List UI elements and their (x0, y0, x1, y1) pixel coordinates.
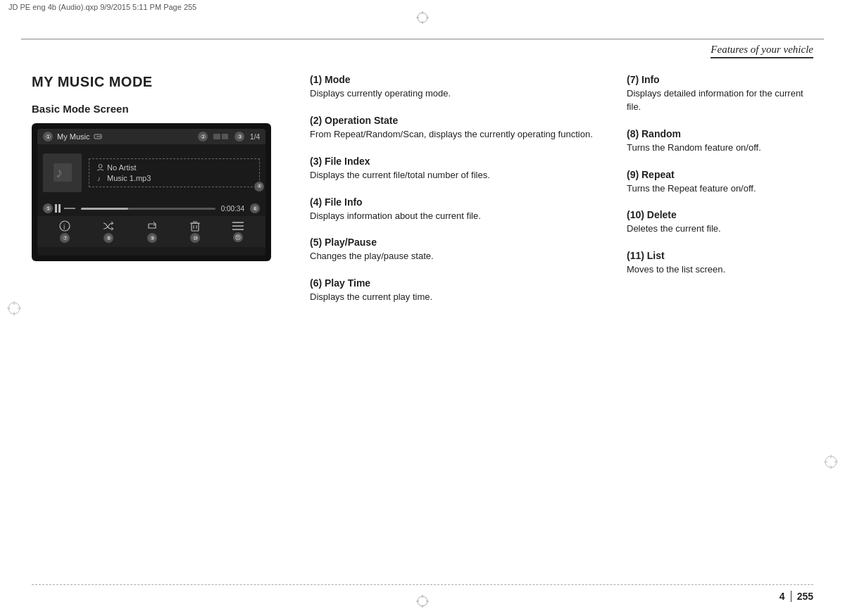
album-art: ♪ (43, 153, 82, 192)
screen-title-text: My Music (57, 132, 89, 141)
delete-btn[interactable]: ⑩ (190, 220, 200, 243)
desc-3-num: (3) File Index (310, 156, 606, 167)
screen-inner: ① My Music ② (37, 129, 265, 256)
page-num: 255 (797, 591, 813, 602)
svg-point-0 (418, 13, 427, 23)
desc-8: (8) Random Turns the Random feature on/o… (627, 128, 813, 155)
desc-4-text: Displays information about the current f… (310, 210, 606, 223)
note-icon: ♪ (96, 174, 104, 182)
desc-10-num: (10) Delete (627, 209, 813, 220)
screen-title-row: ① My Music (43, 132, 104, 142)
repeat-btn[interactable]: ⑨ (146, 220, 158, 243)
section-heading: Features of your vehicle (711, 44, 813, 58)
circle-11: ⑪ (233, 232, 243, 242)
track-artist: No Artist (96, 163, 252, 172)
screen-progress: ⑤ 0:00:34 ⑥ (37, 201, 265, 216)
desc-5: (5) Play/Pause Changes the play/pause st… (310, 237, 606, 263)
progress-fill (81, 208, 128, 210)
list-btn[interactable]: ⑪ (232, 221, 244, 242)
circle-1: ① (43, 132, 53, 142)
right-reg-icon (824, 455, 838, 469)
main-content: MY MUSIC MODE Basic Mode Screen ① My Mus… (32, 74, 813, 560)
operation-state-icon (213, 133, 229, 140)
progress-line-icon (64, 207, 75, 210)
delete-icon (190, 220, 200, 232)
repeat-icon (146, 220, 158, 232)
top-crosshair-icon (416, 11, 429, 24)
desc-7-num: (7) Info (627, 74, 813, 85)
desc-1-text: Displays currently operating mode. (310, 87, 606, 101)
svg-point-11 (99, 165, 102, 168)
bottom-crosshair-icon (416, 595, 429, 608)
svg-rect-14 (58, 204, 61, 213)
desc-4: (4) File Info Displays information about… (310, 196, 606, 223)
play-time: 0:00:34 (221, 205, 244, 213)
desc-11-text: Moves to the list screen. (627, 263, 813, 277)
desc-5-num: (5) Play/Pause (310, 237, 606, 248)
desc-6-num: (6) Play Time (310, 277, 606, 289)
chapter-num: 4 (780, 591, 785, 602)
basic-mode-title: Basic Mode Screen (32, 103, 285, 115)
top-rule (21, 39, 824, 39)
reg-mark-right (824, 455, 838, 469)
desc-3: (3) File Index Displays the current file… (310, 156, 606, 182)
svg-rect-18 (192, 223, 199, 231)
my-music-title: MY MUSIC MODE (32, 74, 285, 90)
desc-2: (2) Operation State From Repeat/Random/S… (310, 115, 606, 142)
footer-rule (32, 584, 813, 585)
circle-7: ⑦ (60, 233, 70, 243)
reg-mark-left (7, 301, 21, 315)
desc-8-num: (8) Random (627, 128, 813, 139)
desc-8-text: Turns the Random feature on/off. (627, 142, 813, 155)
desc-6-text: Displays the current play time. (310, 291, 606, 304)
desc-5-text: Changes the play/pause state. (310, 250, 606, 263)
progress-bar (81, 208, 215, 210)
desc-1-num: (1) Mode (310, 74, 606, 85)
desc-9-num: (9) Repeat (627, 169, 813, 180)
random-icon (103, 220, 114, 232)
artist-name: No Artist (107, 163, 137, 172)
artist-icon (96, 163, 104, 171)
info-btn[interactable]: i ⑦ (59, 220, 70, 243)
usb-icon (94, 133, 104, 140)
pause-icon (55, 204, 62, 213)
circle-10: ⑩ (190, 233, 200, 243)
circle-5: ⑤ (43, 203, 53, 213)
screen-middle: ♪ No Artist ♪ (37, 144, 265, 201)
svg-text:♪: ♪ (56, 165, 63, 180)
middle-column: (1) Mode Displays currently operating mo… (299, 74, 616, 560)
screen-top-right: ② ③ 1/4 (198, 132, 260, 142)
desc-7: (7) Info Displays detailed information f… (627, 74, 813, 114)
desc-6: (6) Play Time Displays the current play … (310, 277, 606, 304)
list-icon (232, 221, 244, 231)
desc-9: (9) Repeat Turns the Repeat feature on/o… (627, 169, 813, 196)
svg-text:♪: ♪ (97, 175, 101, 182)
circle-9: ⑨ (147, 233, 157, 243)
right-column: (7) Info Displays detailed information f… (616, 74, 813, 560)
desc-2-num: (2) Operation State (310, 115, 606, 126)
screen-top-bar: ① My Music ② (37, 129, 265, 144)
desc-3-text: Displays the current file/total number o… (310, 169, 606, 182)
desc-10-text: Deletes the current file. (627, 222, 813, 236)
info-icon: i (59, 220, 70, 232)
desc-1: (1) Mode Displays currently operating mo… (310, 74, 606, 101)
random-btn[interactable]: ⑧ (103, 220, 114, 243)
screen-buttons: i ⑦ ⑧ (37, 216, 265, 247)
desc-9-text: Turns the Repeat feature on/off. (627, 182, 813, 196)
desc-2-text: From Repeat/Random/Scan, displays the cu… (310, 128, 606, 142)
play-pause-controls: ⑤ (43, 203, 75, 213)
track-count: 1/4 (250, 133, 260, 141)
bottom-crosshair (416, 595, 429, 610)
svg-rect-13 (55, 204, 57, 213)
desc-11: (11) List Moves to the list screen. (627, 250, 813, 277)
desc-4-num: (4) File Info (310, 196, 606, 208)
footer-separator (791, 591, 791, 602)
track-name: ♪ Music 1.mp3 (96, 174, 252, 182)
circle-8: ⑧ (104, 233, 113, 243)
circle-3: ③ (234, 132, 244, 142)
circle-4: ④ (254, 182, 264, 191)
svg-text:i: i (63, 223, 65, 231)
circle-2: ② (198, 132, 208, 142)
desc-10: (10) Delete Deletes the current file. (627, 209, 813, 236)
svg-point-36 (418, 596, 427, 606)
